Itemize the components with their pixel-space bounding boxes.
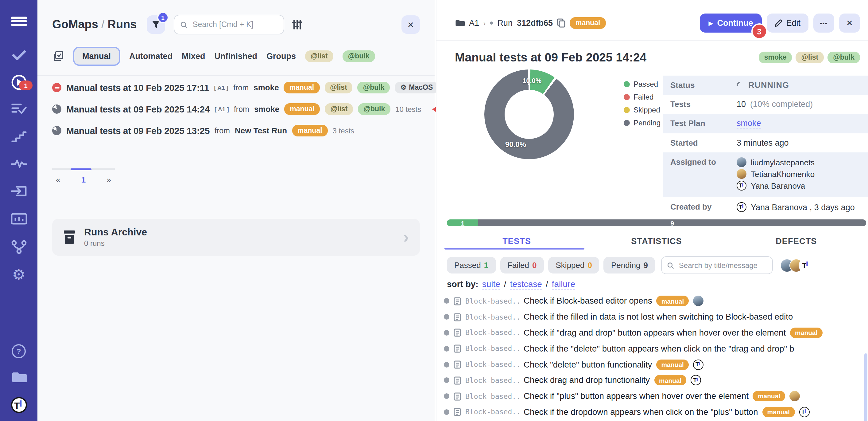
test-title: Check if the dropdown appears when click… xyxy=(524,408,758,417)
user-avatar[interactable]: T▌ xyxy=(0,397,37,413)
assignee[interactable]: T▌Yana Baranova xyxy=(737,181,815,191)
spinner-icon xyxy=(735,80,745,90)
folder-name[interactable]: A1 xyxy=(469,19,479,28)
tab-defects[interactable]: DEFECTS xyxy=(726,232,866,251)
filter-pending[interactable]: Pending9 xyxy=(604,257,655,274)
avatar xyxy=(737,157,746,167)
help-icon[interactable]: ? xyxy=(0,344,37,358)
pencil-icon xyxy=(774,19,782,27)
progress-pending-segment: 9 xyxy=(478,219,866,226)
test-cases-icon[interactable] xyxy=(0,102,37,116)
dashboard-icon[interactable] xyxy=(0,212,37,226)
pagination-prev[interactable]: « xyxy=(56,175,60,185)
tab-statistics[interactable]: STATISTICS xyxy=(587,232,726,251)
run-from-label: from xyxy=(234,105,249,113)
test-title: Check if the "delete" button appears whe… xyxy=(524,344,794,354)
tab-groups[interactable]: Groups xyxy=(267,52,296,61)
sign-in-icon[interactable] xyxy=(0,185,37,198)
more-button[interactable]: ••• xyxy=(813,13,834,33)
run-tag-bulk: @bulk xyxy=(358,82,390,93)
assignee[interactable]: TetianaKhomenko xyxy=(737,169,815,179)
edit-button[interactable]: Edit xyxy=(766,13,808,33)
test-plan-link[interactable]: smoke xyxy=(737,119,761,129)
sort-by-suite[interactable]: suite xyxy=(482,279,500,289)
test-status-dot xyxy=(444,409,450,415)
sidebar: 1 ⚙ ? T▌ xyxy=(0,0,37,421)
run-row[interactable]: Manual tests at 09 Feb 2025 13:25 from N… xyxy=(37,120,435,141)
test-suite: Block-based... xyxy=(465,329,519,337)
tag-chip-bulk[interactable]: @bulk xyxy=(343,50,375,62)
tag-smoke[interactable]: smoke xyxy=(759,52,792,63)
test-row[interactable]: Block-based... Check if "plus" button ap… xyxy=(444,388,868,404)
run-title: Manual tests at 09 Feb 2025 13:25 xyxy=(66,125,210,136)
assignee-avatar-stack[interactable]: T▌ xyxy=(780,258,812,272)
filter-skipped[interactable]: Skipped0 xyxy=(549,257,599,274)
gear-icon: ⚙ xyxy=(401,84,407,91)
tests-search[interactable] xyxy=(661,256,773,274)
pagination-page-1[interactable]: 1 xyxy=(81,175,86,185)
run-tag-manual: manual xyxy=(292,125,328,136)
donut-label-passed: 10.0% xyxy=(522,77,541,84)
select-runs-icon[interactable] xyxy=(52,50,64,62)
runs-filter-tabs: Manual Automated Mixed Unfinished Groups… xyxy=(37,34,435,66)
test-row[interactable]: Block-based... Check if "drag and drop" … xyxy=(444,325,868,341)
runs-search[interactable] xyxy=(174,15,284,34)
more-icon: ••• xyxy=(820,20,828,26)
settings-gear-icon[interactable]: ⚙ xyxy=(0,266,37,283)
tab-mixed[interactable]: Mixed xyxy=(182,52,205,61)
activity-icon[interactable] xyxy=(0,157,37,170)
tab-unfinished[interactable]: Unfinished xyxy=(215,52,257,61)
sort-label: sort by: xyxy=(447,279,478,289)
chevron-right-icon[interactable]: › xyxy=(403,229,409,246)
pagination-next[interactable]: » xyxy=(107,175,111,185)
active-tab-underline xyxy=(444,248,584,250)
tag-list[interactable]: @list xyxy=(796,52,824,63)
testcase-icon xyxy=(454,312,461,321)
menu-icon[interactable] xyxy=(0,16,37,27)
test-row[interactable]: Block-based... Check "delete" button fun… xyxy=(444,357,868,372)
tag-bulk[interactable]: @bulk xyxy=(828,52,860,63)
app-window: 1 ⚙ ? T▌ GoMaps/Runs xyxy=(0,0,868,421)
test-row[interactable]: Block-based... Check if the filled in da… xyxy=(444,309,868,325)
t-logo-avatar: T▌ xyxy=(737,202,746,212)
filter-passed[interactable]: Passed1 xyxy=(447,257,496,274)
projects-folder-icon[interactable] xyxy=(0,371,37,384)
filter-button[interactable]: 1 xyxy=(146,16,165,34)
assignee[interactable]: liudmylastepanets xyxy=(737,157,815,167)
testcase-icon xyxy=(454,360,461,369)
project-name[interactable]: GoMaps xyxy=(52,18,98,31)
close-run-button[interactable]: ✕ xyxy=(839,13,860,33)
close-icon: ✕ xyxy=(407,20,414,29)
filter-failed[interactable]: Failed0 xyxy=(500,257,544,274)
run-row[interactable]: Manual tests at 09 Feb 2025 14:24 [ A1 ]… xyxy=(37,99,435,120)
checks-icon[interactable] xyxy=(0,47,37,63)
run-row[interactable]: Manual tests at 10 Feb 2025 17:11 [ A1 ]… xyxy=(37,77,435,99)
copy-icon[interactable] xyxy=(557,19,566,28)
sort-by-failure[interactable]: failure xyxy=(552,279,575,289)
summary-row-assigned: Assigned to liudmylastepanets TetianaKho… xyxy=(663,152,868,197)
test-status-dot xyxy=(444,378,450,383)
steps-icon[interactable] xyxy=(0,130,37,143)
test-row[interactable]: Block-based... Check if the "delete" but… xyxy=(444,341,868,357)
branch-icon[interactable] xyxy=(0,240,37,254)
runs-search-input[interactable] xyxy=(191,20,277,29)
page-title: Runs xyxy=(107,18,136,31)
runs-archive-card[interactable]: Runs Archive 0 runs › xyxy=(52,219,420,256)
runs-icon[interactable]: 1 xyxy=(0,73,37,91)
tests-search-input[interactable] xyxy=(678,260,767,270)
tag-chip-list[interactable]: @list xyxy=(305,50,333,62)
tab-automated[interactable]: Automated xyxy=(129,52,173,61)
close-panel-button[interactable]: ✕ xyxy=(401,16,420,34)
sort-by-testcase[interactable]: testcase xyxy=(510,279,542,289)
t-logo-avatar: T▌ xyxy=(691,375,701,386)
test-row[interactable]: Block-based... Check drag and drop funct… xyxy=(444,372,868,388)
test-row[interactable]: Block-based... Check if the dropdown app… xyxy=(444,404,868,420)
run-title: Manual tests at 09 Feb 2025 14:24 xyxy=(66,104,210,114)
test-row[interactable]: Block-based... Check if Block-based edit… xyxy=(444,293,868,309)
legend-pending: Pending xyxy=(624,119,660,127)
continue-button[interactable]: ▶ Continue 3 xyxy=(700,13,762,33)
legend-passed: Passed xyxy=(624,80,660,88)
tab-manual[interactable]: Manual xyxy=(73,47,120,66)
tests-scrollbar[interactable] xyxy=(864,354,867,421)
sliders-icon[interactable] xyxy=(291,19,302,30)
